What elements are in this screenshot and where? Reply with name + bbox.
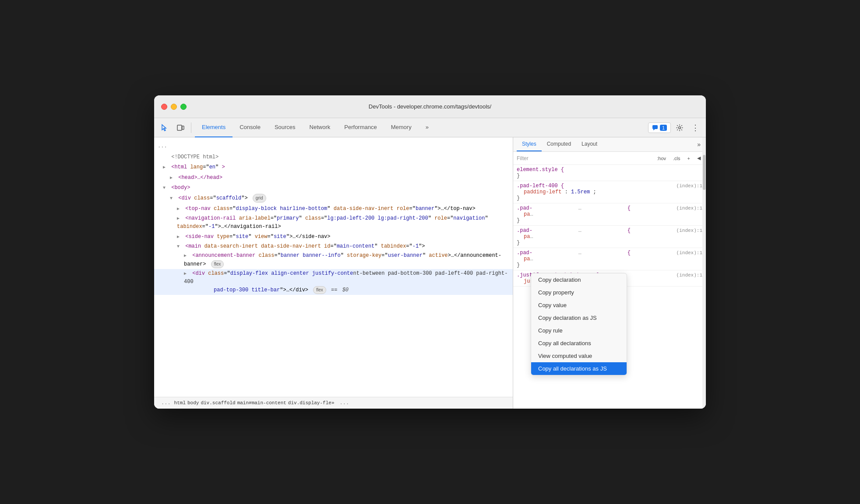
svg-rect-0 [177,125,182,130]
style-section-element: element.style { } [513,165,706,181]
styles-scrollbar[interactable] [702,137,706,409]
dom-line[interactable]: <navigation-rail aria-label="primary" cl… [154,214,513,231]
close-button[interactable] [161,104,167,110]
dom-line[interactable]: <head>…</head> [154,173,513,183]
triangle-icon[interactable] [163,184,168,192]
gear-icon [676,124,684,132]
filter-input[interactable] [517,155,652,161]
hov-button[interactable]: :hov [655,155,668,162]
dom-line[interactable]: <top-nav class="display-block hairline-b… [154,204,513,214]
tab-elements[interactable]: Elements [195,118,233,137]
style-property: pa… [517,234,702,240]
context-menu-copy-declaration[interactable]: Copy declaration [531,273,627,286]
style-property: pa… [517,211,702,217]
styles-more-tabs[interactable]: » [695,137,702,151]
minimize-button[interactable] [171,104,177,110]
maximize-button[interactable] [180,104,187,110]
style-selector: .pad-left-400 { (index):1 [517,183,702,189]
styles-panel: Styles Computed Layout » :hov .cls + ◀ e… [513,137,706,409]
tab-network[interactable]: Network [303,118,338,137]
triangle-icon[interactable] [184,252,189,259]
cursor-tool-button[interactable] [158,121,172,135]
tab-layout[interactable]: Layout [576,137,603,151]
context-menu-copy-all-js[interactable]: Copy all declarations as JS [531,362,627,375]
style-source[interactable]: (index):1 [677,273,702,278]
settings-button[interactable] [673,121,687,135]
tab-more[interactable]: » [419,118,436,137]
breadcrumb-item-html[interactable]: html [174,400,186,406]
dom-line[interactable]: <main data-search-inert data-side-nav-in… [154,242,513,251]
context-menu-copy-rule[interactable]: Copy rule [531,324,627,337]
dom-three-dots-top[interactable]: ... [154,141,513,152]
issues-badge-button[interactable]: 1 [648,122,671,133]
triangle-icon[interactable] [177,205,182,213]
triangle-icon[interactable] [170,174,175,182]
style-source[interactable]: (index):1 [677,183,702,189]
dom-line[interactable]: <side-nav type="site" view="site">…</sid… [154,232,513,242]
svg-point-3 [679,126,681,129]
chat-icon [652,125,658,131]
tab-computed[interactable]: Computed [542,137,576,151]
dom-content[interactable]: ... ▶ <!DOCTYPE html> <html lang="en" > … [154,137,513,397]
svg-rect-1 [182,126,184,130]
dom-line-selected[interactable]: <div class="display-flex align-center ju… [154,269,513,295]
toggle-sidebar-button[interactable]: ◀ [695,154,702,162]
cls-button[interactable]: .cls [671,155,682,162]
toolbar-right: 1 ⋮ [648,121,702,135]
triangle-icon[interactable] [163,164,168,172]
svg-rect-2 [652,125,658,129]
add-style-button[interactable]: + [686,155,692,162]
breadcrumb-item-main[interactable]: main#main-content [237,400,286,406]
tab-console[interactable]: Console [233,118,268,137]
tab-sources[interactable]: Sources [268,118,303,137]
style-source[interactable]: (index):1 [677,250,702,256]
triangle-icon[interactable] [170,195,175,203]
context-menu-copy-value[interactable]: Copy value [531,299,627,312]
triangle-icon[interactable] [177,233,182,241]
context-menu-copy-property[interactable]: Copy property [531,286,627,299]
triangle-icon[interactable] [184,270,189,277]
style-selector: .pad- … { (index):1 [517,205,702,211]
selector-text: .pad-left-400 { [517,183,564,189]
device-toggle-button[interactable] [173,121,187,135]
context-menu-copy-all-declarations[interactable]: Copy all declarations [531,337,627,350]
triangle-icon[interactable] [177,215,182,222]
grid-badge: grid [253,194,266,203]
more-options-button[interactable]: ⋮ [688,121,702,135]
scrollbar-thumb[interactable] [703,155,705,190]
context-menu-copy-declaration-js[interactable]: Copy declaration as JS [531,312,627,324]
dom-line[interactable]: <html lang="en" > [154,162,513,173]
style-selector: element.style { [517,167,702,173]
breadcrumb-more-left[interactable]: ... [158,399,174,407]
selector-text: .pad- [517,228,532,234]
breadcrumb-item-body[interactable]: body [187,400,199,406]
breadcrumb-more-right[interactable]: ... [336,399,352,407]
filter-bar: :hov .cls + ◀ [513,152,706,165]
dom-line[interactable]: <announcement-banner class="banner banne… [154,251,513,269]
breadcrumb-item-div[interactable]: div.display-fle» [288,400,335,406]
toolbar-tabs: Elements Console Sources Network Perform… [195,118,646,137]
triangle-icon[interactable] [177,243,182,250]
style-source[interactable]: (index):1 [677,228,702,233]
dom-line: ▶ <!DOCTYPE html> [154,152,513,163]
devtools-window: DevTools - developer.chrome.com/tags/dev… [154,95,706,409]
devtools-main: ... ▶ <!DOCTYPE html> <html lang="en" > … [154,137,706,409]
style-source[interactable]: (index):1 [677,206,702,211]
selector-text: .pad- [517,205,532,211]
style-section-pad2: .pad- … { (index):1 pa… } [513,203,706,226]
tab-performance[interactable]: Performance [337,118,384,137]
flex-badge-2: flex [313,286,326,294]
context-menu-view-computed[interactable]: View computed value [531,350,627,362]
dom-line[interactable]: <div class="scaffold"> grid [154,193,513,204]
styles-tabs: Styles Computed Layout » [513,137,706,152]
toolbar-separator-1 [191,122,191,133]
tab-styles[interactable]: Styles [517,137,542,151]
device-icon [176,124,184,132]
window-title: DevTools - developer.chrome.com/tags/dev… [369,103,491,110]
selector-text: .pad- [517,250,532,256]
dom-line[interactable]: <body> [154,183,513,193]
breadcrumb-item-scaffold[interactable]: div.scaffold [201,400,235,406]
style-selector: .pad- … { (index):1 [517,250,702,256]
tab-memory[interactable]: Memory [384,118,419,137]
style-section-pad-left: .pad-left-400 { (index):1 padding-left :… [513,181,706,203]
